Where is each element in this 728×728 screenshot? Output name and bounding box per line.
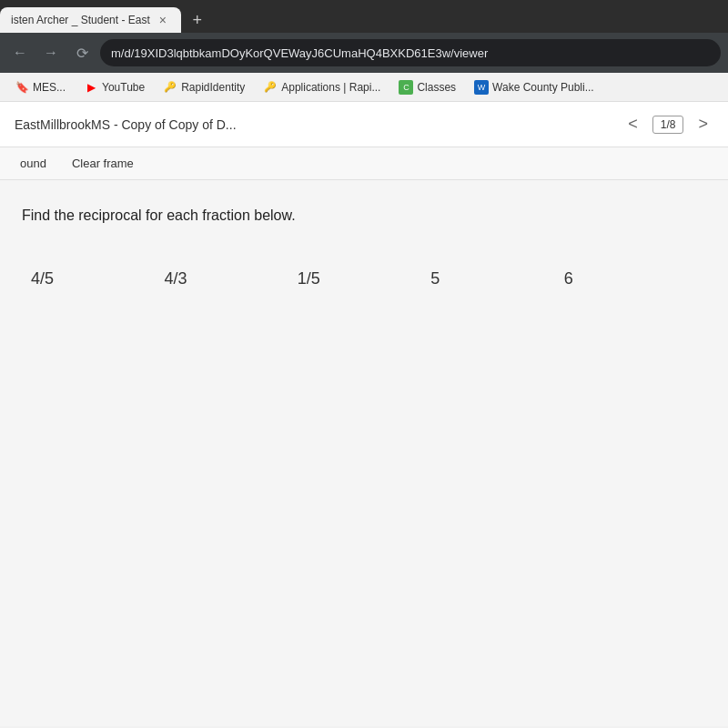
tab-bar: isten Archer _ Student - East × + [0, 0, 728, 33]
bookmark-rapididentity-label: RapidIdentity [181, 81, 245, 94]
bookmark-mes-label: MES... [33, 81, 66, 94]
active-tab[interactable]: isten Archer _ Student - East × [0, 7, 181, 33]
reload-button[interactable]: ⟳ [69, 40, 95, 66]
fraction-item-4: 6 [564, 269, 697, 288]
bookmark-wakecounty[interactable]: W Wake County Publi... [467, 78, 602, 96]
doc-toolbar: ound Clear frame [0, 147, 728, 180]
back-button[interactable]: ← [7, 40, 33, 66]
bookmark-youtube-label: YouTube [102, 81, 145, 94]
url-text: m/d/19XID3lqbtbkamDOyKorQVEWayJ6CUmaHQ4B… [111, 46, 488, 60]
forward-button[interactable]: → [38, 40, 64, 66]
bookmark-wakecounty-label: Wake County Publi... [492, 81, 594, 94]
mes-icon: 🔖 [15, 80, 29, 95]
tab-close-button[interactable]: × [156, 13, 170, 27]
worksheet: Find the reciprocal for each fraction be… [0, 180, 728, 726]
fraction-item-0: 4/5 [31, 269, 164, 288]
bookmark-mes[interactable]: 🔖 MES... [7, 78, 73, 96]
tab-title: isten Archer _ Student - East [11, 14, 150, 26]
fractions-row: 4/5 4/3 1/5 5 6 [22, 269, 706, 288]
page-indicator: 1/8 [652, 116, 684, 134]
bookmark-rapididentity[interactable]: 🔑 RapidIdentity [156, 78, 252, 96]
worksheet-instruction: Find the reciprocal for each fraction be… [22, 207, 706, 224]
fraction-item-1: 4/3 [164, 269, 297, 288]
bookmarks-bar: 🔖 MES... ▶ YouTube 🔑 RapidIdentity 🔑 App… [0, 73, 728, 102]
address-bar: ← → ⟳ m/d/19XID3lqbtbkamDOyKorQVEWayJ6CU… [0, 33, 728, 73]
rapididentity-icon: 🔑 [163, 80, 177, 95]
doc-header: EastMillbrookMS - Copy of Copy of D... <… [0, 102, 728, 147]
background-tool[interactable]: ound [15, 155, 52, 172]
fraction-item-3: 5 [430, 269, 563, 288]
doc-next-button[interactable]: > [693, 113, 713, 136]
doc-prev-button[interactable]: < [622, 113, 643, 136]
applications-icon: 🔑 [263, 80, 278, 95]
wakecounty-icon: W [474, 80, 489, 95]
fraction-item-2: 1/5 [298, 269, 430, 288]
bookmark-applications-label: Applications | Rapi... [281, 81, 380, 94]
youtube-icon: ▶ [84, 80, 98, 95]
bookmark-youtube[interactable]: ▶ YouTube [76, 78, 152, 96]
browser-chrome: isten Archer _ Student - East × + ← → ⟳ … [0, 0, 728, 73]
bookmark-classes-label: Classes [417, 81, 456, 94]
page-content: EastMillbrookMS - Copy of Copy of D... <… [0, 102, 728, 726]
bookmark-classes[interactable]: C Classes [391, 78, 463, 96]
url-bar[interactable]: m/d/19XID3lqbtbkamDOyKorQVEWayJ6CUmaHQ4B… [100, 39, 721, 66]
bookmark-applications[interactable]: 🔑 Applications | Rapi... [256, 78, 388, 96]
classes-icon: C [399, 80, 413, 95]
new-tab-button[interactable]: + [185, 7, 210, 33]
doc-title: EastMillbrookMS - Copy of Copy of D... [15, 117, 613, 132]
clear-frame-button[interactable]: Clear frame [66, 155, 139, 172]
